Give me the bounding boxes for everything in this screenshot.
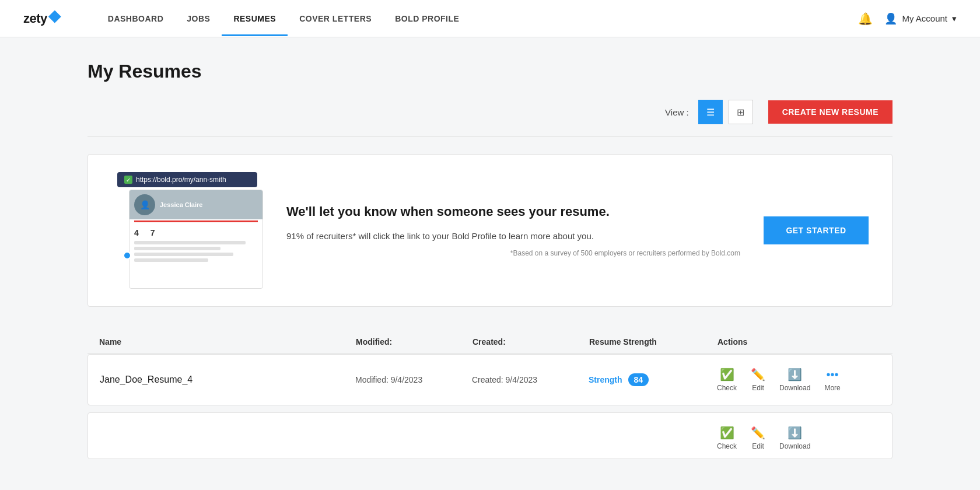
download-action[interactable]: ⬇️ Download (779, 368, 810, 392)
banner-illustration: ✓ https://bold.pro/my/ann-smith 👤 Jessic… (111, 172, 263, 289)
main-nav: DASHBOARD JOBS RESUMES COVER LETTERS BOL… (96, 1, 859, 36)
check-circle-icon: ✅ (720, 426, 734, 440)
url-bar: ✓ https://bold.pro/my/ann-smith (117, 172, 257, 187)
account-icon: 👤 (884, 12, 897, 25)
more-label: More (824, 384, 840, 392)
nav-item-jobs[interactable]: JOBS (175, 1, 222, 36)
header: zety DASHBOARD JOBS RESUMES COVER LETTER… (0, 0, 980, 37)
grid-view-icon: ⊞ (737, 107, 744, 118)
check-label: Check (717, 384, 737, 392)
logo-text: zety (23, 11, 47, 26)
profile-dot-indicator (123, 251, 131, 260)
download-action[interactable]: ⬇️ Download (779, 426, 810, 450)
resume-preview-header: 👤 Jessica Claire (130, 190, 262, 219)
preview-line (134, 247, 220, 250)
logo-diamond-icon (48, 10, 61, 23)
divider (88, 136, 892, 136)
nav-item-bold-profile[interactable]: BOLD PROFILE (383, 1, 471, 36)
col-header-created: Created: (473, 337, 589, 346)
check-label: Check (717, 442, 737, 450)
download-label: Download (779, 442, 810, 450)
account-menu[interactable]: 👤 My Account ▾ (884, 12, 957, 25)
table-row: Jane_Doe_Resume_4 Modified: 9/4/2023 Cre… (88, 354, 892, 405)
resume-strength-badge: Strength 84 (589, 373, 717, 386)
resume-name: Jane_Doe_Resume_4 (100, 374, 355, 385)
table-row: ✅ Check ✏️ Edit ⬇️ Download (88, 412, 892, 459)
resume-modified-date: Modified: 9/4/2023 (355, 375, 472, 384)
profile-url: https://bold.pro/my/ann-smith (136, 176, 226, 184)
preview-content-lines (134, 241, 258, 262)
preview-stat-2: 7 (150, 228, 155, 237)
resume-preview-body: 4 7 (130, 223, 262, 267)
account-label: My Account (902, 13, 947, 23)
strength-label: Strength (589, 375, 622, 384)
preview-line (134, 241, 246, 244)
edit-icon: ✏️ (751, 426, 765, 440)
chevron-down-icon: ▾ (952, 13, 957, 24)
bold-profile-banner: ✓ https://bold.pro/my/ann-smith 👤 Jessic… (88, 154, 892, 307)
check-circle-icon: ✅ (720, 368, 734, 382)
grid-view-button[interactable]: ⊞ (729, 100, 753, 124)
edit-label: Edit (752, 384, 764, 392)
edit-icon: ✏️ (751, 368, 765, 382)
preview-stats: 4 7 (134, 228, 258, 237)
check-action[interactable]: ✅ Check (717, 368, 737, 392)
edit-action[interactable]: ✏️ Edit (751, 368, 765, 392)
main-content: My Resumes View : ☰ ⊞ CREATE NEW RESUME … (52, 37, 928, 489)
edit-action[interactable]: ✏️ Edit (751, 426, 765, 450)
resume-accent-line (134, 220, 258, 222)
page-title: My Resumes (88, 61, 892, 82)
preview-line (134, 258, 208, 262)
banner-footnote: *Based on a survey of 500 employers or r… (286, 249, 740, 257)
resume-preview-card: 👤 Jessica Claire 4 7 (129, 190, 263, 289)
url-check-icon: ✓ (124, 176, 132, 184)
banner-description: 91% of recruiters* will click the link t… (286, 230, 740, 243)
actions-cell: ✅ Check ✏️ Edit ⬇️ Download ••• More (717, 368, 880, 392)
col-header-name: Name (99, 337, 356, 346)
resume-preview-name: Jessica Claire (160, 201, 202, 208)
col-header-actions: Actions (718, 337, 881, 346)
notifications-bell-icon[interactable]: 🔔 (858, 12, 873, 26)
more-icon: ••• (827, 368, 839, 382)
create-new-resume-button[interactable]: CREATE NEW RESUME (768, 100, 892, 124)
nav-item-dashboard[interactable]: DASHBOARD (96, 1, 176, 36)
table-header: Name Modified: Created: Resume Strength … (88, 330, 892, 354)
download-label: Download (779, 384, 810, 392)
list-view-button[interactable]: ☰ (698, 100, 723, 124)
header-right: 🔔 👤 My Account ▾ (858, 12, 957, 26)
nav-item-cover-letters[interactable]: COVER LETTERS (288, 1, 383, 36)
view-label: View : (665, 107, 689, 117)
download-icon: ⬇️ (788, 368, 802, 382)
preview-stat-1: 4 (134, 228, 139, 237)
edit-label: Edit (752, 442, 764, 450)
actions-cell: ✅ Check ✏️ Edit ⬇️ Download (717, 426, 880, 450)
nav-item-resumes[interactable]: RESUMES (222, 1, 288, 36)
download-icon: ⬇️ (788, 426, 802, 440)
preview-line (134, 253, 233, 256)
strength-value: 84 (628, 373, 649, 386)
col-header-modified: Modified: (356, 337, 473, 346)
banner-text-content: We'll let you know when someone sees you… (286, 204, 740, 257)
banner-title: We'll let you know when someone sees you… (286, 204, 740, 220)
check-action[interactable]: ✅ Check (717, 426, 737, 450)
resume-created-date: Created: 9/4/2023 (472, 375, 589, 384)
avatar: 👤 (134, 194, 155, 215)
more-action[interactable]: ••• More (824, 368, 840, 392)
view-controls: View : ☰ ⊞ CREATE NEW RESUME (88, 100, 892, 124)
get-started-button[interactable]: GET STARTED (764, 216, 869, 244)
list-view-icon: ☰ (706, 107, 715, 118)
logo[interactable]: zety (23, 11, 61, 26)
col-header-strength: Resume Strength (589, 337, 718, 346)
